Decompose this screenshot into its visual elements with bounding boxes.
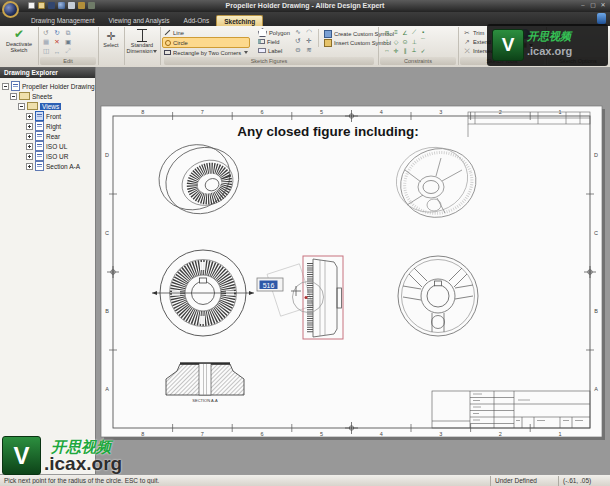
ruler-number: 3 bbox=[439, 109, 442, 115]
label-button[interactable]: Label bbox=[256, 46, 292, 55]
redo-icon[interactable]: ↻ bbox=[53, 29, 61, 37]
polygon-button[interactable]: Polygon bbox=[256, 28, 292, 37]
extend-icon: ↗ bbox=[463, 38, 471, 46]
vertical-constraint-icon[interactable]: ↕ bbox=[383, 37, 391, 45]
sheet-heading[interactable]: Any closed figure including: bbox=[237, 124, 419, 139]
folder-icon bbox=[19, 92, 30, 100]
intersect-icon: ⤫ bbox=[463, 47, 471, 55]
redo-icon[interactable] bbox=[88, 2, 95, 9]
delete-icon[interactable]: ✕ bbox=[53, 38, 61, 46]
undo-icon[interactable]: ↺ bbox=[42, 29, 50, 37]
radius-input[interactable]: 516 bbox=[257, 278, 283, 291]
expand-icon[interactable] bbox=[26, 113, 33, 120]
horizontal-constraint-icon[interactable]: ↔ bbox=[383, 46, 391, 54]
new-file-icon[interactable] bbox=[28, 2, 35, 9]
zone-letter: A bbox=[594, 386, 598, 392]
drawing-explorer-panel: Drawing Explorer Propeller Holder Drawin… bbox=[0, 67, 96, 474]
tree-item-iso-ul[interactable]: ISO UL bbox=[26, 141, 67, 151]
fix-constraint-icon[interactable]: ✛ bbox=[392, 46, 400, 54]
zone-letter: A bbox=[105, 386, 109, 392]
ruler-number: 7 bbox=[201, 431, 204, 437]
tab-drawing-management[interactable]: Drawing Management bbox=[24, 15, 102, 26]
expand-icon[interactable] bbox=[26, 133, 33, 140]
tree-item-sheets[interactable]: Sheets bbox=[10, 91, 52, 101]
watermark-url-text: .icax.org bbox=[527, 45, 572, 57]
spline-icon[interactable]: ∿ bbox=[294, 28, 302, 36]
icax-logo: V bbox=[2, 436, 41, 475]
tree-item-section-aa[interactable]: Section A-A bbox=[26, 161, 80, 171]
zone-letter: D bbox=[594, 152, 598, 158]
move-icon[interactable]: ↔ bbox=[53, 47, 61, 55]
lock-constraint-icon[interactable]: ⊓ bbox=[383, 28, 391, 36]
deactivate-sketch-button[interactable]: ✔ Deactivate Sketch bbox=[1, 28, 37, 53]
expand-icon[interactable] bbox=[26, 123, 33, 130]
sketch-figures-group-label: Sketch Figures bbox=[164, 57, 374, 65]
select-crosshair-icon: ✛ bbox=[106, 30, 115, 42]
tab-add-ons[interactable]: Add-Ons bbox=[177, 15, 217, 26]
collapse-icon[interactable] bbox=[18, 103, 25, 110]
collapse-icon[interactable] bbox=[10, 93, 17, 100]
view-icon[interactable] bbox=[58, 2, 65, 9]
paste-icon[interactable]: ▣ bbox=[64, 38, 72, 46]
tangent-constraint-icon[interactable]: ⌒ bbox=[419, 37, 427, 45]
help-icon[interactable] bbox=[597, 13, 606, 24]
circle-center-point bbox=[305, 296, 308, 299]
parallel-constraint-icon[interactable]: ∥ bbox=[401, 46, 409, 54]
arc-icon[interactable]: ◠ bbox=[305, 28, 313, 36]
undo-icon[interactable] bbox=[78, 2, 85, 9]
symmetric-constraint-icon[interactable]: ◇ bbox=[392, 37, 400, 45]
print-icon[interactable] bbox=[68, 2, 75, 9]
create-symbol-icon bbox=[324, 30, 332, 38]
drawing-canvas-svg[interactable]: 8 7 6 5 4 3 2 1 8 7 6 5 4 3 2 1 D C B A … bbox=[96, 67, 610, 474]
scale-icon[interactable]: ⤢ bbox=[64, 47, 72, 55]
expand-icon[interactable] bbox=[26, 143, 33, 150]
constraint-state: Under Defined bbox=[490, 476, 558, 486]
coincident-constraint-icon[interactable]: ⟂ bbox=[410, 46, 418, 54]
tree-item-views[interactable]: Views bbox=[18, 101, 61, 111]
ruler-number: 3 bbox=[439, 431, 442, 437]
rectangle-button[interactable]: Rectangle by Two Corners bbox=[162, 48, 250, 57]
app-logo[interactable] bbox=[2, 1, 19, 18]
point-icon[interactable]: ✛ bbox=[305, 37, 313, 45]
arc-center-icon[interactable]: ↺ bbox=[294, 37, 302, 45]
view-icon bbox=[35, 141, 44, 151]
ruler-number: 4 bbox=[380, 109, 383, 115]
line-button[interactable]: Line bbox=[162, 28, 250, 37]
pattern-icon[interactable]: ▦ bbox=[42, 38, 50, 46]
angle-constraint-icon[interactable]: ∠ bbox=[401, 28, 409, 36]
tab-viewing-and-analysis[interactable]: Viewing and Analysis bbox=[102, 15, 177, 26]
equal-constraint-icon[interactable]: ≡ bbox=[392, 28, 400, 36]
status-message: Pick next point for the radius of the ci… bbox=[0, 477, 490, 484]
maximize-button[interactable]: ▢ bbox=[588, 1, 598, 9]
expand-icon[interactable] bbox=[26, 163, 33, 170]
colinear-constraint-icon[interactable]: ⟋ bbox=[410, 28, 418, 36]
save-icon[interactable] bbox=[48, 2, 55, 9]
tree-item-right[interactable]: Right bbox=[26, 121, 61, 131]
zone-letter: B bbox=[105, 308, 109, 314]
tree-item-root[interactable]: Propeller Holder Drawing bbox=[2, 81, 95, 91]
select-button[interactable]: ✛ Select bbox=[98, 30, 124, 48]
minimize-button[interactable]: – bbox=[578, 1, 588, 9]
collapse-icon[interactable] bbox=[2, 83, 9, 90]
mirror-icon[interactable]: ◫ bbox=[42, 47, 50, 55]
open-file-icon[interactable] bbox=[38, 2, 45, 9]
tree-item-iso-ur[interactable]: ISO UR bbox=[26, 151, 68, 161]
circle-button[interactable]: Circle bbox=[162, 37, 250, 48]
copy-icon[interactable]: ⧉ bbox=[64, 29, 72, 37]
concentric-constraint-icon[interactable]: ⊙ bbox=[401, 37, 409, 45]
drawing-workspace[interactable]: 8 7 6 5 4 3 2 1 8 7 6 5 4 3 2 1 D C B A … bbox=[96, 67, 610, 474]
ellipse-icon[interactable]: ⊙ bbox=[294, 46, 302, 54]
standard-dimension-button[interactable]: Standard Dimension bbox=[125, 29, 159, 54]
offset-icon[interactable]: ≋ bbox=[305, 46, 313, 54]
perpendicular-constraint-icon[interactable]: ⊥ bbox=[410, 37, 418, 45]
field-button[interactable]: Field bbox=[256, 37, 292, 46]
midpoint-constraint-icon[interactable]: ▪ bbox=[419, 28, 427, 36]
tree-item-rear[interactable]: Rear bbox=[26, 131, 60, 141]
green-check-icon: ✔ bbox=[14, 28, 24, 41]
group-standard-dimension: Standard Dimension bbox=[124, 27, 161, 65]
expand-icon[interactable] bbox=[26, 153, 33, 160]
tree-item-front[interactable]: Front bbox=[26, 111, 61, 121]
trim-icon: ✂ bbox=[463, 29, 471, 37]
close-button[interactable]: ✕ bbox=[598, 1, 608, 9]
show-constraints-icon[interactable]: ✓ bbox=[419, 46, 427, 54]
